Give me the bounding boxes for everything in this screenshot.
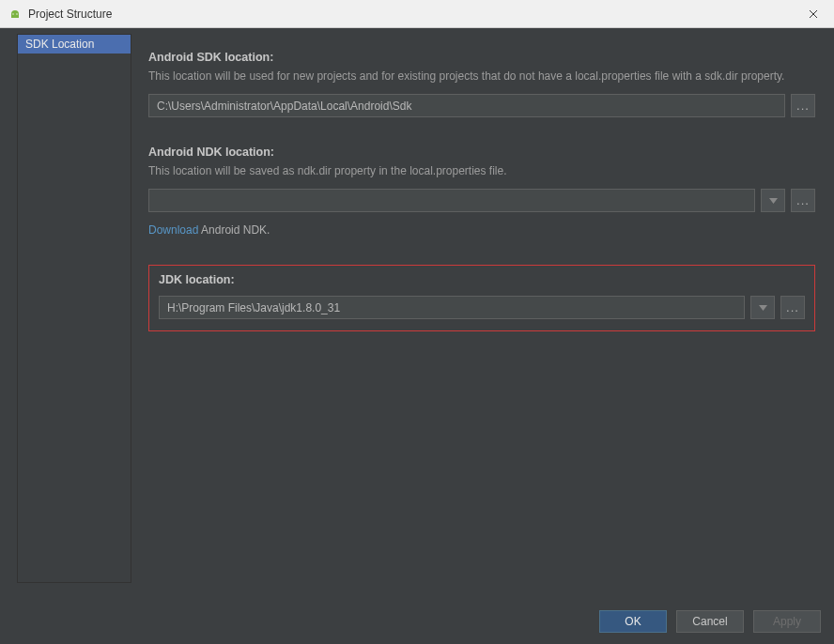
ndk-location-input[interactable] (148, 189, 755, 212)
sdk-location-input[interactable] (148, 94, 785, 117)
left-gutter (0, 34, 15, 601)
close-button[interactable] (792, 0, 834, 28)
ndk-input-row: ... (148, 189, 815, 212)
ndk-dropdown-button[interactable] (761, 189, 785, 212)
apply-button: Apply (753, 610, 821, 633)
ndk-location-title: Android NDK location: (148, 146, 815, 159)
ndk-download-row: Download Android NDK. (148, 223, 815, 237)
jdk-input-row: ... (159, 296, 805, 319)
ndk-location-desc: This location will be saved as ndk.dir p… (148, 162, 815, 179)
sidebar: SDK Location (17, 34, 131, 583)
titlebar: Project Structure (0, 0, 834, 28)
jdk-dropdown-button[interactable] (750, 296, 775, 319)
ok-button[interactable]: OK (599, 610, 667, 633)
button-bar: OK Cancel Apply (0, 601, 834, 644)
sdk-input-row: ... (148, 94, 815, 117)
sdk-location-desc: This location will be used for new proje… (148, 68, 815, 84)
jdk-browse-button[interactable]: ... (780, 296, 805, 319)
window-body: SDK Location Android SDK location: This … (0, 28, 834, 601)
sdk-location-title: Android SDK location: (148, 51, 815, 64)
sdk-browse-button[interactable]: ... (791, 94, 815, 117)
main-panel: Android SDK location: This location will… (131, 34, 825, 601)
sidebar-item-sdk-location[interactable]: SDK Location (18, 35, 131, 54)
svg-point-1 (16, 13, 17, 14)
app-icon (8, 7, 23, 22)
ndk-browse-button[interactable]: ... (791, 189, 815, 212)
cancel-button[interactable]: Cancel (676, 610, 744, 633)
ndk-download-link[interactable]: Download (148, 223, 198, 237)
jdk-location-title: JDK location: (159, 273, 805, 286)
jdk-section-box: JDK location: ... (148, 265, 815, 331)
window-title: Project Structure (28, 8, 792, 21)
ndk-download-tail: Android NDK. (198, 223, 270, 237)
jdk-location-input[interactable] (159, 296, 745, 319)
svg-point-0 (12, 13, 13, 14)
